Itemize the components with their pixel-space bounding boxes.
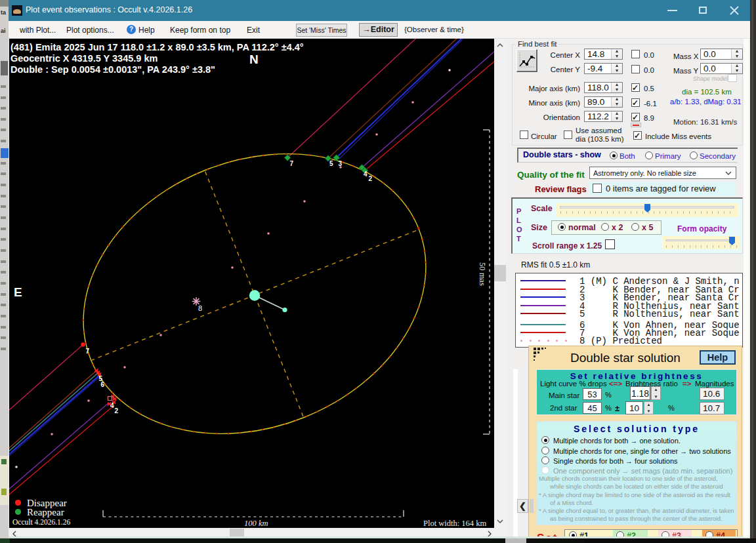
svg-text:7: 7 <box>290 160 294 167</box>
svg-text:Plot width: 164 km: Plot width: 164 km <box>423 519 486 528</box>
svg-text:E: E <box>14 285 22 299</box>
svg-text:7: 7 <box>86 348 90 355</box>
svg-text:3: 3 <box>339 160 343 167</box>
svg-text:50 mas: 50 mas <box>478 262 487 286</box>
svg-text:5: 5 <box>329 160 333 167</box>
svg-text:Occult 4.2026.1.26: Occult 4.2026.1.26 <box>12 518 70 526</box>
svg-text:2: 2 <box>369 175 373 182</box>
svg-text:8: 8 <box>198 304 202 312</box>
svg-text:2: 2 <box>115 407 119 414</box>
svg-text:Reappear: Reappear <box>27 507 64 517</box>
svg-text:6: 6 <box>101 381 105 388</box>
svg-text:4: 4 <box>364 171 368 178</box>
svg-text:(481) Emita 2025 Jun 17 118: (481) Emita 2025 Jun 17 118.0 ±1.2 x 89.… <box>10 42 304 52</box>
svg-text:4: 4 <box>110 402 114 409</box>
svg-text:Geocentric X 4319.5 Y 3345.9: Geocentric X 4319.5 Y 3345.9 km <box>10 53 158 64</box>
svg-text:Double : Sep 0.0054 ±0.0013",: Double : Sep 0.0054 ±0.0013", PA 243.9° … <box>10 64 215 75</box>
svg-text:100 km: 100 km <box>244 519 268 528</box>
svg-text:N: N <box>249 52 259 66</box>
